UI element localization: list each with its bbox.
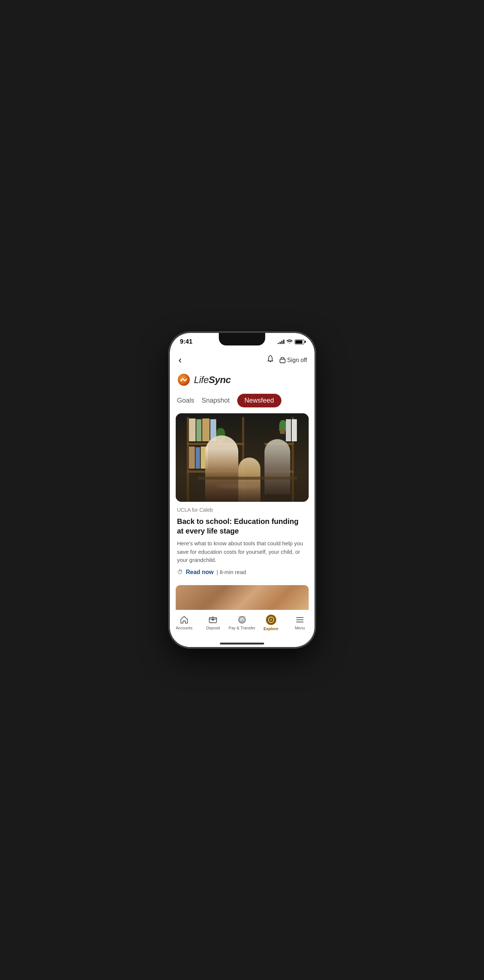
bell-icon[interactable] (266, 355, 275, 366)
nav-item-menu[interactable]: Menu (286, 616, 314, 630)
read-now-link[interactable]: Read now (186, 569, 214, 576)
phone-frame: 9:41 (170, 333, 314, 647)
nav-item-explore[interactable]: Explore (256, 615, 286, 631)
tabs-container: Goals Snapshot Newsfeed (170, 392, 314, 413)
article-preview-image (176, 585, 309, 610)
wifi-icon (287, 339, 292, 345)
nav-label-menu: Menu (295, 626, 305, 630)
article-card: UCLA for Caleb Back to school: Education… (176, 413, 309, 579)
svg-text:$: $ (241, 618, 243, 622)
battery-icon (295, 340, 304, 344)
app-content[interactable]: ‹ (170, 348, 314, 610)
phone-screen: 9:41 (170, 333, 314, 647)
tab-snapshot[interactable]: Snapshot (202, 395, 230, 406)
house-icon (180, 616, 189, 624)
article-image (176, 413, 309, 502)
nav-label-explore: Explore (263, 627, 278, 631)
menu-icon (295, 616, 304, 624)
header-right: Sign off (266, 355, 307, 366)
back-button[interactable]: ‹ (177, 353, 183, 367)
signoff-button[interactable]: Sign off (279, 356, 307, 364)
deposit-icon (208, 616, 217, 624)
article-title: Back to school: Education funding at eve… (176, 515, 309, 539)
article-read-section: ⏱ Read now | 8-min read (176, 569, 309, 579)
svg-rect-1 (280, 359, 285, 363)
article-description: Here's what to know about tools that cou… (176, 539, 309, 569)
header: ‹ (170, 348, 314, 370)
svg-point-0 (270, 355, 271, 356)
nav-item-accounts[interactable]: Accounts (170, 616, 199, 630)
status-time: 9:41 (180, 338, 193, 345)
read-time: | 8-min read (217, 569, 246, 575)
nav-label-deposit: Deposit (206, 626, 220, 630)
nav-item-deposit[interactable]: Deposit (198, 616, 228, 630)
lock-icon (279, 356, 286, 364)
signoff-label: Sign off (287, 357, 307, 364)
tab-newsfeed[interactable]: Newsfeed (237, 394, 281, 407)
tab-goals[interactable]: Goals (177, 395, 195, 406)
notch (219, 333, 265, 345)
nav-label-accounts: Accounts (176, 626, 192, 630)
pay-transfer-icon: $ (238, 616, 246, 624)
nav-item-pay-transfer[interactable]: $ Pay & Transfer (228, 616, 257, 630)
status-icons (278, 339, 304, 345)
nav-label-pay-transfer: Pay & Transfer (229, 626, 255, 630)
app-logo-text: LifeSync (194, 374, 231, 386)
bottom-nav: Accounts Deposit $ Pay & Tra (170, 610, 314, 640)
logo-section: LifeSync (170, 370, 314, 392)
signal-icon (278, 340, 284, 344)
svg-point-3 (180, 380, 182, 382)
clock-icon: ⏱ (177, 569, 183, 576)
article-meta: UCLA for Caleb (176, 502, 309, 515)
compass-icon (266, 615, 276, 625)
home-indicator (170, 640, 314, 647)
lifesync-logo-icon (177, 373, 190, 387)
